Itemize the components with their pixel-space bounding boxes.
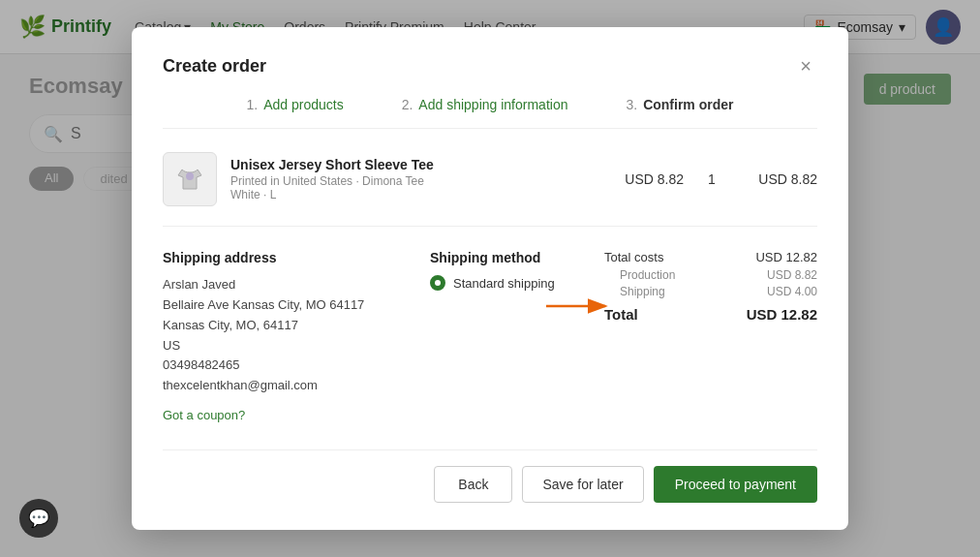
close-button[interactable]: × xyxy=(794,54,817,77)
bottom-section: Shipping address Arslan Javed Bellaire A… xyxy=(163,250,817,422)
costs-col: Total costs USD 12.82 Production USD 8.8… xyxy=(604,250,817,422)
arrow-icon xyxy=(546,293,614,320)
product-name: Unisex Jersey Short Sleeve Tee xyxy=(230,157,593,172)
product-quantity: 1 xyxy=(697,171,726,187)
address-line1: Bellaire Ave Kansas City, MO 64117 xyxy=(163,295,411,316)
shipping-method-title: Shipping method xyxy=(430,250,585,265)
product-variant: White · L xyxy=(230,188,593,201)
shipping-label: Shipping xyxy=(620,285,665,298)
shipping-row: Shipping USD 4.00 xyxy=(604,285,817,298)
production-label: Production xyxy=(620,268,675,282)
modal-title: Create order xyxy=(163,56,266,77)
product-meta: Printed in United States · Dimona Tee xyxy=(230,174,593,188)
address-details: Arslan Javed Bellaire Ave Kansas City, M… xyxy=(163,275,411,396)
shipping-value: USD 4.00 xyxy=(767,285,817,298)
product-row: Unisex Jersey Short Sleeve Tee Printed i… xyxy=(163,152,817,227)
coupon-link[interactable]: Got a coupon? xyxy=(163,408,411,422)
modal-footer: Back Save for later Proceed to payment xyxy=(163,449,817,503)
shipping-method-col: Shipping method Standard shipping xyxy=(430,250,585,422)
address-email: thexcelentkhan@gmail.com xyxy=(163,376,411,396)
radio-selected xyxy=(430,275,445,291)
production-row: Production USD 8.82 xyxy=(604,268,817,282)
production-value: USD 8.82 xyxy=(767,268,817,282)
proceed-to-payment-button[interactable]: Proceed to payment xyxy=(654,466,817,503)
shipping-address-col: Shipping address Arslan Javed Bellaire A… xyxy=(163,250,411,422)
create-order-modal: Create order × 1. Add products 2. Add sh… xyxy=(132,27,848,530)
background-page: 🌿 Printify Catalog ▾ My Store Orders Pri… xyxy=(0,0,980,557)
steps: 1. Add products 2. Add shipping informat… xyxy=(163,97,817,129)
step-3: 3. Confirm order xyxy=(626,97,733,112)
product-unit-price: USD 8.82 xyxy=(606,171,684,187)
chat-widget[interactable]: 💬 xyxy=(19,499,58,538)
shipping-option-standard[interactable]: Standard shipping xyxy=(430,275,585,291)
address-line2: Kansas City, MO, 64117 xyxy=(163,316,411,336)
total-costs-value: USD 12.82 xyxy=(755,250,817,264)
address-name: Arslan Javed xyxy=(163,275,411,295)
total-value: USD 12.82 xyxy=(747,306,817,323)
shipping-address-title: Shipping address xyxy=(163,250,411,265)
shipping-option-label: Standard shipping xyxy=(453,276,555,291)
step-2: 2. Add shipping information xyxy=(402,97,568,112)
product-total-price: USD 8.82 xyxy=(740,171,817,187)
address-country: US xyxy=(163,336,411,356)
chat-icon: 💬 xyxy=(28,508,49,529)
total-costs-row: Total costs USD 12.82 xyxy=(604,250,817,264)
back-button[interactable]: Back xyxy=(434,466,512,503)
product-image xyxy=(163,152,217,206)
tshirt-icon xyxy=(172,162,207,197)
total-row: Total USD 12.82 xyxy=(604,306,817,323)
total-costs-label: Total costs xyxy=(604,250,663,264)
save-for-later-button[interactable]: Save for later xyxy=(522,466,643,503)
modal-overlay: Create order × 1. Add products 2. Add sh… xyxy=(0,0,980,557)
arrow-indicator xyxy=(546,293,614,320)
product-info: Unisex Jersey Short Sleeve Tee Printed i… xyxy=(230,157,593,201)
modal-header: Create order × xyxy=(163,54,817,77)
svg-point-0 xyxy=(186,172,194,180)
address-phone: 03498482465 xyxy=(163,356,411,376)
step-1: 1. Add products xyxy=(246,97,343,112)
